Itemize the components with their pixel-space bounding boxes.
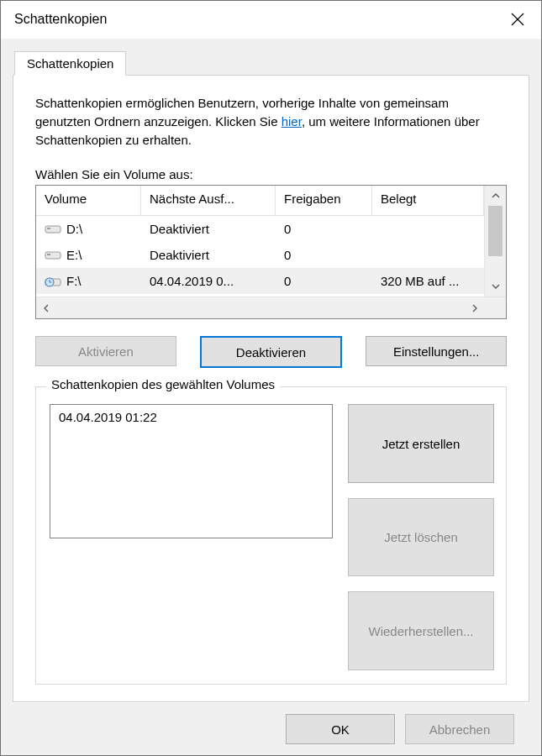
svg-rect-3 (47, 228, 50, 229)
table-row[interactable]: D:\ Deaktiviert 0 (36, 216, 484, 242)
create-now-button[interactable]: Jetzt erstellen (348, 404, 494, 483)
scroll-thumb[interactable] (488, 206, 503, 256)
tab-strip: Schattenkopien (13, 51, 529, 76)
shadow-copies-list[interactable]: 04.04.2019 01:22 (50, 404, 333, 538)
tab-label: Schattenkopien (27, 56, 113, 71)
drive-icon (45, 223, 61, 235)
dialog-body: Schattenkopien Schattenkopien ermögliche… (1, 39, 541, 755)
table-row[interactable]: F:\ 04.04.2019 0... 0 320 MB auf ... (36, 268, 484, 294)
tab-shadow-copies[interactable]: Schattenkopien (14, 51, 126, 76)
volume-list[interactable]: Volume Nächste Ausf... Freigaben Belegt (35, 185, 507, 319)
scroll-right-icon[interactable] (465, 297, 485, 318)
drive-clock-icon (45, 276, 61, 287)
scroll-up-icon[interactable] (485, 186, 506, 206)
close-icon (511, 13, 524, 26)
vertical-scrollbar[interactable] (484, 186, 506, 297)
selected-volume-groupbox: Schattenkopien des gewählten Volumes 04.… (35, 386, 507, 685)
help-link[interactable]: hier (282, 114, 302, 129)
tab-content: Schattenkopien ermöglichen Benutzern, vo… (13, 75, 529, 702)
volume-list-header: Volume Nächste Ausf... Freigaben Belegt (36, 186, 484, 216)
scroll-down-icon[interactable] (485, 276, 506, 297)
intro-text: Schattenkopien ermöglichen Benutzern, vo… (35, 94, 507, 149)
horizontal-scrollbar[interactable] (36, 297, 506, 318)
window-title: Schattenkopien (14, 12, 107, 27)
table-row[interactable]: E:\ Deaktiviert 0 (36, 242, 484, 268)
groupbox-title: Schattenkopien des gewählten Volumes (46, 377, 280, 391)
ok-button[interactable]: OK (286, 714, 395, 744)
deactivate-button[interactable]: Deaktivieren (200, 336, 343, 368)
drive-icon (45, 249, 61, 261)
header-next-run[interactable]: Nächste Ausf... (141, 186, 276, 215)
select-volume-label: Wählen Sie ein Volume aus: (35, 167, 507, 181)
header-used[interactable]: Belegt (372, 186, 484, 215)
delete-now-button[interactable]: Jetzt löschen (348, 498, 494, 577)
list-item[interactable]: 04.04.2019 01:22 (59, 410, 324, 424)
dialog-footer: OK Abbrechen (13, 702, 529, 755)
header-shares[interactable]: Freigaben (276, 186, 372, 215)
close-button[interactable] (494, 1, 541, 38)
activate-button[interactable]: Aktivieren (35, 336, 176, 366)
svg-rect-5 (47, 254, 50, 255)
restore-button[interactable]: Wiederherstellen... (348, 591, 494, 670)
settings-button[interactable]: Einstellungen... (366, 336, 507, 366)
header-volume[interactable]: Volume (36, 186, 141, 215)
titlebar: Schattenkopien (1, 1, 541, 39)
scroll-left-icon[interactable] (36, 297, 56, 318)
shadow-copies-dialog: Schattenkopien Schattenkopien Schattenko… (0, 0, 542, 756)
cancel-button[interactable]: Abbrechen (405, 714, 514, 744)
